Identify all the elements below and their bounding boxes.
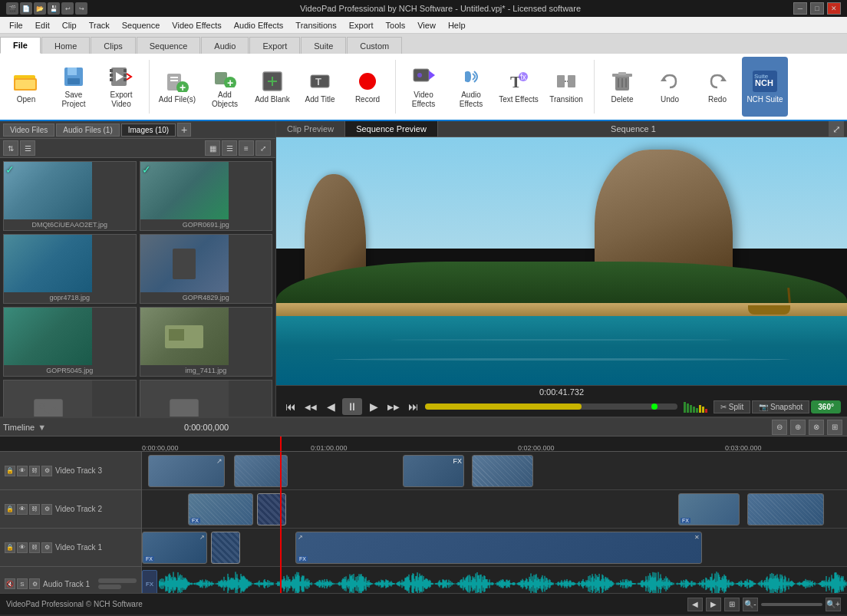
toolbar-icon-save[interactable]: 💾 [48,2,60,15]
track-clip[interactable] [472,455,533,487]
track-vol-slider[interactable] [98,578,137,583]
track-clip[interactable] [257,493,286,525]
list-item[interactable]: ✓ GOPR0691.jpg [140,161,273,231]
track-cfg-v3[interactable]: ⚙ [41,466,52,476]
tab-video-files[interactable]: Video Files [3,124,54,137]
menu-export[interactable]: Export [343,19,380,31]
timeline-tool-3[interactable]: ⊗ [809,420,824,435]
track-lock-v1[interactable]: 🔒 [5,542,15,553]
detail-view-btn[interactable]: ≡ [239,140,254,156]
sort-icon[interactable]: ⇅ [3,140,18,156]
play-button[interactable]: ▶ [365,398,382,415]
ribbon-tab-export[interactable]: Export [249,37,300,54]
add-objects-button[interactable]: + Add Objects [202,57,248,117]
track-clip[interactable]: FX [403,455,464,487]
toolbar-icon-open[interactable]: 📂 [34,2,46,15]
snapshot-button[interactable]: 📷 Snapshot [752,400,809,413]
toolbar-icon-undo[interactable]: ↩ [61,2,74,15]
list-item[interactable] [140,380,273,417]
rewind-button[interactable]: ◀ [322,398,339,415]
progress-bar[interactable] [425,404,677,410]
ribbon-tab-suite[interactable]: Suite [301,37,346,54]
list-item[interactable]: GOPR4829.jpg [140,234,273,304]
zoom-out-btn[interactable]: 🔍- [743,598,758,611]
window-controls[interactable]: ─ □ ✕ [793,2,841,15]
track-pan-slider[interactable] [98,585,121,589]
transition-button[interactable]: Transition [543,57,589,117]
track-cfg-v1[interactable]: ⚙ [41,542,52,553]
nch-suite-button[interactable]: NCHSuite NCH Suite [742,57,788,117]
maximize-button[interactable]: □ [810,2,824,15]
filter-icon[interactable]: ☰ [20,140,35,156]
list-view-btn[interactable]: ☰ [222,140,237,156]
next-frame-button[interactable]: ▶▶ [385,398,402,415]
undo-button[interactable]: Undo [647,57,693,117]
track-clip[interactable]: ↗ FX ✕ [295,532,702,564]
scroll-right-btn[interactable]: ▶ [706,598,721,611]
timeline-tool-1[interactable]: ⊖ [772,420,787,435]
menu-view[interactable]: View [411,19,442,31]
track-eye-v3[interactable]: 👁 [17,466,28,476]
track-clip[interactable]: FX [188,493,253,525]
zoom-in-btn[interactable]: 🔍+ [826,598,841,611]
delete-button[interactable]: Delete [599,57,645,117]
add-title-button[interactable]: T Add Title [297,57,343,117]
tab-images[interactable]: Images (10) [121,124,176,137]
minimize-button[interactable]: ─ [793,2,807,15]
record-button[interactable]: Record [344,57,391,117]
360-button[interactable]: 360° [811,400,841,413]
menu-transitions[interactable]: Transitions [289,19,342,31]
list-item[interactable]: gopr4718.jpg [3,234,137,304]
list-item[interactable]: ✓ DMQt6CiUEAAO2ET.jpg [3,161,137,231]
menu-tools[interactable]: Tools [380,19,412,31]
list-item[interactable] [3,380,137,417]
track-clip[interactable]: ↗ [148,455,225,487]
skip-to-start-button[interactable]: ⏮ [282,398,299,415]
video-effects-button[interactable]: Video Effects [400,57,447,117]
menu-help[interactable]: Help [442,19,472,31]
skip-to-end-button[interactable]: ⏭ [405,398,422,415]
menu-sequence[interactable]: Sequence [116,19,166,31]
tab-audio-files[interactable]: Audio Files (1) [56,124,119,137]
track-clip[interactable]: ↗ FX [142,532,207,564]
menu-edit[interactable]: Edit [29,19,56,31]
menu-clip[interactable]: Clip [56,19,83,31]
menu-file[interactable]: File [3,19,29,31]
export-video-button[interactable]: Export Video [98,57,144,117]
prev-frame-button[interactable]: ◀◀ [302,398,319,415]
fullscreen-btn[interactable]: ⤢ [255,140,271,156]
menu-video-effects[interactable]: Video Effects [166,19,227,31]
audio-effects-button[interactable]: Audio Effects [448,57,494,117]
ribbon-tab-custom[interactable]: Custom [347,37,402,54]
track-cfg-v2[interactable]: ⚙ [41,504,52,515]
split-button[interactable]: ✂ Split [714,400,750,413]
add-blank-button[interactable]: Add Blank [249,57,295,117]
track-link-v2[interactable]: ⛓ [29,504,40,515]
toolbar-icon-redo[interactable]: ↪ [75,2,87,15]
track-mute-a1[interactable]: 🔇 [5,578,15,589]
ribbon-tab-clips[interactable]: Clips [91,37,135,54]
timeline-tool-4[interactable]: ⊞ [827,420,842,435]
ribbon-tab-home[interactable]: Home [41,37,90,54]
zoom-slider[interactable] [761,603,822,606]
audio-fx-badge[interactable]: FX [142,570,157,593]
thumbnail-view-btn[interactable]: ▦ [205,140,220,156]
track-lock-v2[interactable]: 🔒 [5,504,15,515]
menu-track[interactable]: Track [83,19,116,31]
track-solo-a1[interactable]: S [17,578,28,589]
timeline-dropdown[interactable]: ▼ [38,423,46,432]
close-button[interactable]: ✕ [827,2,841,15]
scroll-left-btn[interactable]: ◀ [687,598,703,611]
redo-button[interactable]: Redo [694,57,740,117]
ribbon-tab-sequence[interactable]: Sequence [137,37,201,54]
list-item[interactable]: GOPR5045.jpg [3,307,137,377]
track-lock-v3[interactable]: 🔒 [5,466,15,476]
add-files-button[interactable]: + Add File(s) [154,57,200,117]
fit-timeline-btn[interactable]: ⊞ [724,598,740,611]
pause-button[interactable]: ⏸ [342,398,362,415]
text-effects-button[interactable]: Tfx Text Effects [496,57,542,117]
track-link-v3[interactable]: ⛓ [29,466,40,476]
track-link-v1[interactable]: ⛓ [29,542,40,553]
timeline-ruler[interactable]: 0:00:00,000 0:01:00.000 0:02:00.000 0:03… [0,436,847,452]
add-tab-button[interactable]: + [177,123,191,137]
